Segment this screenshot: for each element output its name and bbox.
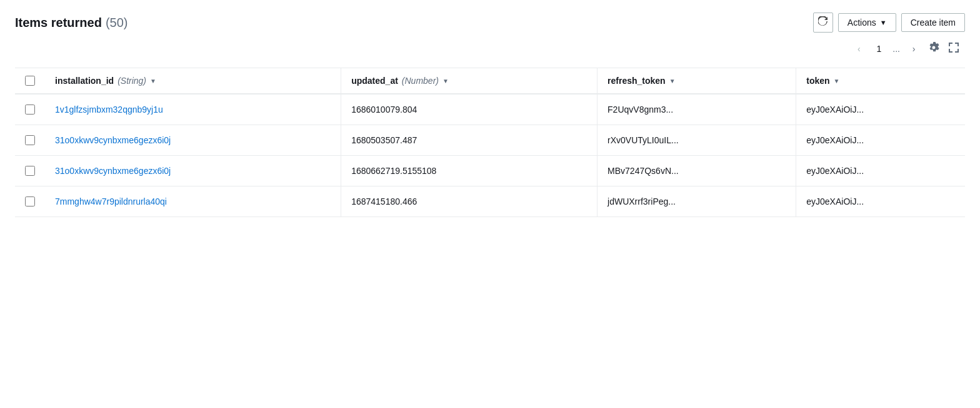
row-1-installation-id[interactable]: 31o0xkwv9cynbxme6gezx6i0j bbox=[45, 125, 341, 156]
table-row: 31o0xkwv9cynbxme6gezx6i0j1680662719.5155… bbox=[15, 156, 965, 186]
table-count: (50) bbox=[106, 16, 128, 30]
prev-page-button[interactable]: ‹ bbox=[850, 40, 868, 58]
table-row: 31o0xkwv9cynbxme6gezx6i0j1680503507.487r… bbox=[15, 125, 965, 156]
sort-icon-updated-at[interactable]: ▼ bbox=[442, 78, 449, 84]
actions-button[interactable]: Actions ▼ bbox=[838, 13, 896, 32]
table-body: 1v1glfzsjmbxm32qgnb9yj1u1686010079.804F2… bbox=[15, 94, 965, 217]
row-0-installation-id[interactable]: 1v1glfzsjmbxm32qgnb9yj1u bbox=[45, 94, 341, 125]
actions-chevron-icon: ▼ bbox=[880, 19, 887, 26]
main-container: Items returned (50) Actions ▼ Create ite… bbox=[0, 0, 980, 408]
select-all-checkbox[interactable] bbox=[25, 76, 35, 86]
pagination-row: ‹ 1 ... › bbox=[15, 40, 965, 58]
page-1-button[interactable]: 1 bbox=[870, 40, 888, 58]
row-1-installation-id-link[interactable]: 31o0xkwv9cynbxme6gezx6i0j bbox=[55, 135, 171, 145]
row-0-installation-id-link[interactable]: 1v1glfzsjmbxm32qgnb9yj1u bbox=[55, 105, 163, 115]
sort-icon-installation-id[interactable]: ▼ bbox=[150, 78, 156, 84]
row-2-checkbox[interactable] bbox=[25, 166, 35, 176]
row-0-checkbox[interactable] bbox=[25, 105, 35, 115]
col-header-updated-at[interactable]: updated_at (Number) ▼ bbox=[341, 68, 597, 94]
next-page-button[interactable]: › bbox=[905, 40, 922, 58]
row-3-refresh-token: jdWUXrrf3riPeg... bbox=[598, 186, 796, 217]
header-row: Items returned (50) Actions ▼ Create ite… bbox=[15, 13, 965, 33]
expand-icon bbox=[948, 42, 959, 56]
row-0-refresh-token: F2UqvV8gnm3... bbox=[598, 94, 796, 125]
table-title: Items returned bbox=[15, 16, 102, 30]
row-0-updated-at: 1686010079.804 bbox=[341, 94, 597, 125]
row-2-refresh-token: MBv7247Qs6vN... bbox=[598, 156, 796, 186]
items-table: installation_id (String) ▼ updated_at (N… bbox=[15, 68, 965, 217]
row-2-updated-at: 1680662719.5155108 bbox=[341, 156, 597, 186]
refresh-icon bbox=[818, 16, 828, 29]
row-1-checkbox[interactable] bbox=[25, 135, 35, 145]
expand-button[interactable] bbox=[945, 40, 962, 58]
prev-page-icon: ‹ bbox=[858, 44, 861, 54]
col-label-updated-at: updated_at bbox=[351, 76, 398, 86]
col-header-refresh-token[interactable]: refresh_token ▼ bbox=[598, 68, 796, 94]
row-3-installation-id-link[interactable]: 7mmghw4w7r9pildnrurla40qi bbox=[55, 196, 167, 207]
row-2-token: eyJ0eXAiOiJ... bbox=[796, 156, 965, 186]
select-all-header bbox=[15, 68, 45, 94]
row-2-installation-id-link[interactable]: 31o0xkwv9cynbxme6gezx6i0j bbox=[55, 166, 171, 176]
row-1-refresh-token: rXv0VUTyLI0uIL... bbox=[598, 125, 796, 156]
col-header-token[interactable]: token ▼ bbox=[796, 68, 965, 94]
row-2-checkbox-cell bbox=[15, 156, 45, 186]
page-ellipsis: ... bbox=[890, 44, 902, 54]
col-label-token: token bbox=[806, 76, 829, 86]
col-label-refresh-token: refresh_token bbox=[608, 76, 666, 86]
row-0-token: eyJ0eXAiOiJ... bbox=[796, 94, 965, 125]
row-3-checkbox[interactable] bbox=[25, 196, 35, 207]
table-row: 7mmghw4w7r9pildnrurla40qi1687415180.466j… bbox=[15, 186, 965, 217]
next-page-icon: › bbox=[912, 44, 916, 54]
col-label-installation-id: installation_id bbox=[55, 76, 114, 86]
table-row: 1v1glfzsjmbxm32qgnb9yj1u1686010079.804F2… bbox=[15, 94, 965, 125]
create-item-label: Create item bbox=[911, 18, 956, 28]
row-3-installation-id[interactable]: 7mmghw4w7r9pildnrurla40qi bbox=[45, 186, 341, 217]
column-settings-button[interactable] bbox=[925, 40, 942, 58]
row-1-checkbox-cell bbox=[15, 125, 45, 156]
row-3-updated-at: 1687415180.466 bbox=[341, 186, 597, 217]
title-section: Items returned (50) bbox=[15, 16, 128, 30]
refresh-button[interactable] bbox=[813, 13, 833, 33]
page-1-label: 1 bbox=[876, 44, 881, 54]
sort-icon-refresh-token[interactable]: ▼ bbox=[669, 78, 676, 84]
row-3-token: eyJ0eXAiOiJ... bbox=[796, 186, 965, 217]
row-0-checkbox-cell bbox=[15, 94, 45, 125]
row-2-installation-id[interactable]: 31o0xkwv9cynbxme6gezx6i0j bbox=[45, 156, 341, 186]
table-header-row: installation_id (String) ▼ updated_at (N… bbox=[15, 68, 965, 94]
col-type-installation-id: (String) bbox=[118, 76, 146, 86]
row-1-updated-at: 1680503507.487 bbox=[341, 125, 597, 156]
header-actions: Actions ▼ Create item bbox=[813, 13, 965, 33]
table-wrapper: installation_id (String) ▼ updated_at (N… bbox=[15, 68, 965, 217]
actions-label: Actions bbox=[848, 18, 876, 28]
create-item-button[interactable]: Create item bbox=[901, 13, 965, 32]
sort-icon-token[interactable]: ▼ bbox=[834, 78, 840, 84]
row-1-token: eyJ0eXAiOiJ... bbox=[796, 125, 965, 156]
settings-icon bbox=[928, 42, 939, 56]
row-3-checkbox-cell bbox=[15, 186, 45, 217]
col-header-installation-id[interactable]: installation_id (String) ▼ bbox=[45, 68, 341, 94]
col-type-updated-at: (Number) bbox=[402, 76, 439, 86]
